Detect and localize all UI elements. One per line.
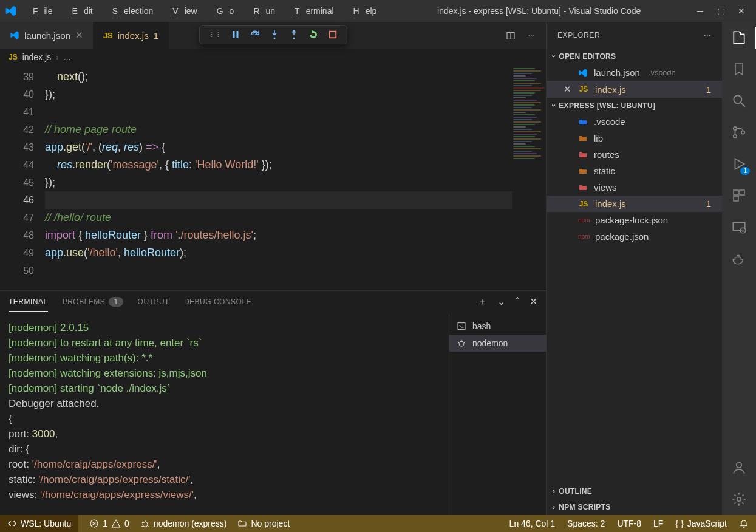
maximize-button[interactable]: ▢	[716, 6, 726, 16]
file-routes[interactable]: routes	[547, 146, 722, 163]
minimize-button[interactable]: ─	[695, 6, 705, 16]
project-status[interactable]: No project	[237, 519, 290, 528]
notifications-icon[interactable]	[739, 518, 749, 528]
views-folder-icon	[578, 183, 588, 193]
svg-point-1	[293, 38, 295, 39]
maximize-panel-icon[interactable]: ˄	[515, 296, 520, 309]
pause-icon[interactable]	[230, 29, 241, 40]
panel-tab-problems[interactable]: PROBLEMS1	[63, 293, 123, 312]
svg-point-18	[737, 497, 741, 502]
menu-terminal[interactable]: Terminal	[282, 4, 339, 18]
status-bar: WSL: Ubuntu 1 0 nodemon (express) No pro…	[0, 515, 756, 532]
breadcrumb-separator: ›	[56, 52, 59, 62]
restart-icon[interactable]	[308, 29, 319, 40]
file-views[interactable]: views	[547, 179, 722, 196]
step-over-icon[interactable]	[250, 29, 261, 40]
split-editor-icon[interactable]	[506, 30, 516, 40]
explorer-activity-icon[interactable]	[730, 29, 747, 46]
debug-badge: 1	[740, 167, 750, 175]
editor-column: launch.json ✕JS index.js 1 ⋮⋮ ··· JS ind…	[0, 22, 546, 515]
menu-help[interactable]: Help	[341, 4, 383, 18]
docker-activity-icon[interactable]	[730, 250, 747, 267]
step-into-icon[interactable]	[269, 29, 280, 40]
problems-status[interactable]: 1 0	[89, 519, 129, 528]
encoding-status[interactable]: UTF-8	[617, 519, 641, 528]
chevron-down-icon: ›	[550, 104, 558, 107]
close-file-icon[interactable]: ✕	[564, 84, 572, 95]
close-panel-icon[interactable]: ✕	[530, 296, 537, 309]
file-index-js[interactable]: JSindex.js1	[547, 196, 722, 212]
js-file-icon: JS	[578, 200, 589, 208]
menu-view[interactable]: View	[160, 4, 203, 18]
file-lib[interactable]: lib	[547, 130, 722, 146]
tab-launch-json[interactable]: launch.json ✕	[0, 22, 94, 49]
explorer-more-icon[interactable]: ···	[704, 31, 711, 39]
terminal-output[interactable]: [nodemon] 2.0.15[nodemon] to restart at …	[0, 314, 449, 515]
drag-handle-icon[interactable]: ⋮⋮	[208, 31, 222, 39]
remote-status[interactable]: WSL: Ubuntu	[0, 515, 78, 532]
panel-tab-output[interactable]: OUTPUT	[138, 293, 169, 312]
menu-run[interactable]: Run	[241, 4, 281, 18]
menu-selection[interactable]: Selection	[100, 4, 160, 18]
terminal-item-nodemon[interactable]: nodemon	[449, 335, 546, 352]
eol-status[interactable]: LF	[653, 519, 663, 528]
indentation-status[interactable]: Spaces: 2	[567, 519, 605, 528]
js-file-icon: JS	[578, 85, 589, 94]
terminal-item-bash[interactable]: bash	[449, 318, 546, 335]
new-terminal-icon[interactable]: ＋	[478, 296, 488, 309]
account-activity-icon[interactable]	[730, 459, 747, 476]
more-icon[interactable]: ···	[528, 30, 535, 40]
vscode-folder-icon	[578, 117, 588, 127]
svg-point-17	[737, 462, 742, 468]
project-header[interactable]: › EXPRESS [WSL: UBUNTU]	[547, 98, 722, 114]
menu-go[interactable]: Go	[205, 4, 240, 18]
terminal-dropdown-icon[interactable]: ⌄	[497, 296, 505, 309]
svg-point-16	[740, 228, 746, 233]
npm-scripts-header[interactable]: › NPM SCRIPTS	[547, 499, 722, 515]
breadcrumb[interactable]: JS index.js › ...	[0, 49, 546, 66]
open-editors-header[interactable]: › OPEN EDITORS	[547, 49, 722, 64]
svg-rect-2	[329, 32, 336, 38]
search-activity-icon[interactable]	[730, 92, 747, 109]
open-editor-index-js[interactable]: ✕JSindex.js1	[547, 81, 722, 98]
source-control-activity-icon[interactable]	[730, 124, 747, 141]
menu-edit[interactable]: Edit	[60, 4, 99, 18]
code-editor[interactable]: 394041424344454647484950 next();}); // h…	[0, 66, 546, 290]
js-file-icon: JS	[9, 53, 18, 61]
remote-activity-icon[interactable]	[730, 219, 747, 236]
step-out-icon[interactable]	[288, 29, 299, 40]
outline-header[interactable]: › OUTLINE	[547, 483, 722, 499]
close-button[interactable]: ✕	[737, 6, 746, 16]
debug-status[interactable]: nodemon (express)	[140, 519, 227, 528]
run-debug-activity-icon[interactable]: 1	[730, 155, 747, 172]
minimap[interactable]	[512, 66, 546, 290]
static-folder-icon	[578, 166, 588, 176]
explorer-sidebar: EXPLORER ··· › OPEN EDITORS launch.json.…	[546, 22, 722, 515]
routes-folder-icon	[578, 150, 588, 160]
language-status[interactable]: { }JavaScript	[675, 519, 727, 528]
cursor-position[interactable]: Ln 46, Col 1	[509, 519, 556, 528]
panel-tab-debug-console[interactable]: DEBUG CONSOLE	[184, 293, 251, 312]
svg-line-8	[741, 103, 745, 107]
vscode-file-icon	[578, 68, 588, 78]
terminal-list: bashnodemon	[449, 314, 546, 515]
tab-label: index.js	[118, 30, 149, 41]
menu-file[interactable]: File	[21, 4, 59, 18]
panel-tab-terminal[interactable]: TERMINAL	[9, 293, 48, 312]
svg-rect-14	[734, 196, 738, 201]
file-static[interactable]: static	[547, 163, 722, 179]
stop-icon[interactable]	[327, 29, 338, 40]
close-tab-icon[interactable]: ✕	[75, 30, 83, 41]
file-package-lock-json[interactable]: npmpackage-lock.json	[547, 212, 722, 228]
debug-toolbar[interactable]: ⋮⋮	[199, 25, 347, 44]
svg-point-7	[734, 95, 741, 103]
settings-activity-icon[interactable]	[730, 491, 747, 508]
open-editor-launch-json[interactable]: launch.json.vscode	[547, 64, 722, 81]
bookmark-activity-icon[interactable]	[730, 61, 747, 78]
extensions-activity-icon[interactable]	[730, 187, 747, 204]
file--vscode[interactable]: .vscode	[547, 114, 722, 130]
svg-rect-13	[740, 190, 744, 195]
code-content[interactable]: next();}); // home page routeapp.get('/'…	[45, 66, 512, 290]
tab-index-js[interactable]: JS index.js 1	[94, 22, 169, 49]
file-package-json[interactable]: npmpackage.json	[547, 228, 722, 245]
